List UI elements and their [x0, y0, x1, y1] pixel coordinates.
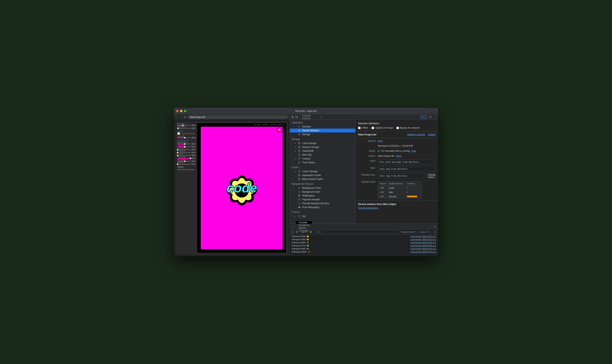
live-expression-icon[interactable]	[309, 231, 312, 233]
drawer-menu-icon[interactable]: ⋮	[290, 225, 296, 228]
nav-item-manifest[interactable]: Manifest	[290, 125, 355, 129]
network-requests-link[interactable]: Network requests	[407, 133, 425, 136]
maximize-window-button[interactable]	[184, 110, 186, 112]
reset-button[interactable]: Reset	[191, 149, 196, 150]
reset-all-button[interactable]: Reset All	[177, 166, 184, 168]
slider-track[interactable]	[177, 137, 191, 138]
stop-link[interactable]: stop	[411, 150, 416, 152]
section-input-size[interactable]: Input Size ▾	[177, 130, 196, 131]
open-image-button[interactable]: Open Image	[254, 124, 260, 125]
forward-icon[interactable]: →	[180, 116, 182, 118]
slider-track[interactable]	[177, 161, 191, 162]
nav-item-periodic-background-sync[interactable]: Periodic Background Sync	[290, 201, 355, 205]
nav-item-trust-tokens[interactable]: Trust Tokens	[290, 161, 355, 164]
slider-track[interactable]	[177, 149, 191, 150]
source-link[interactable]: colorworker.3bb51423.js:1	[410, 247, 436, 250]
offline-checkbox[interactable]: Offline	[358, 127, 368, 129]
url-input[interactable]	[188, 115, 288, 119]
device-toolbar-icon[interactable]	[295, 116, 298, 118]
push-input[interactable]	[378, 160, 435, 164]
psync-button[interactable]: Periodic Sync	[427, 173, 435, 178]
source-link[interactable]: colorworker.3bb51423.js:1	[410, 241, 436, 244]
slider-track[interactable]	[177, 164, 191, 165]
update-link[interactable]: Update	[428, 133, 435, 136]
nav-item-back-forward-cache[interactable]: Back-forward Cache	[290, 177, 355, 181]
nav-item-local-storage[interactable]: ▸Local Storage	[290, 141, 355, 145]
console-issues-badge[interactable]: 1 Issue: 1	[419, 231, 430, 233]
slider-track[interactable]	[177, 146, 191, 147]
reload-icon[interactable]: ⟳	[184, 116, 186, 118]
nav-item-web-sql[interactable]: Web SQL	[290, 153, 355, 157]
bypass-network-checkbox[interactable]: Bypass for network	[396, 127, 419, 129]
close-window-button[interactable]	[176, 110, 179, 112]
source-link[interactable]: colorworker.3bb51423.js:1	[410, 245, 436, 247]
slider-track[interactable]	[177, 158, 191, 159]
console-sidebar-icon[interactable]	[291, 231, 294, 233]
focus-link[interactable]: focus	[396, 155, 402, 157]
slider-track[interactable]	[177, 155, 191, 156]
nav-item-payment-handler[interactable]: Payment Handler	[290, 198, 355, 201]
reset-button[interactable]: Reset	[191, 155, 196, 156]
paste-image-button[interactable]: Paste Image	[278, 124, 285, 125]
nav-item-cache-storage[interactable]: ▸Cache Storage	[290, 169, 355, 173]
console-output[interactable]: Potraced 36%colorworker.3bb51423.js:1Pot…	[290, 234, 438, 254]
nav-item-service-workers[interactable]: Service Workers	[290, 129, 355, 132]
nav-item-indexeddb[interactable]: ▸IndexedDB	[290, 149, 355, 153]
reset-button[interactable]: Reset	[191, 157, 196, 159]
reset-button[interactable]: Reset	[191, 128, 196, 129]
section-input-pre[interactable]: Input Preprocessing ▾	[177, 140, 196, 141]
kebab-menu-icon[interactable]: ⋮	[434, 116, 436, 118]
app-footer-links[interactable]: GitHub · Twitter · About · License	[177, 169, 196, 170]
console-filter-input[interactable]	[315, 230, 399, 234]
svg-canvas[interactable]: code	[201, 127, 283, 249]
nav-item-session-storage[interactable]: ▸Session Storage	[290, 145, 355, 149]
nav-item-top[interactable]: ▸top	[290, 214, 355, 218]
see-all-registrations-link[interactable]: See all registrations	[358, 207, 435, 209]
reset-button[interactable]: Reset	[191, 146, 196, 147]
reset-button[interactable]: Reset	[191, 137, 196, 138]
source-link[interactable]: colorworker.3bb51423.js:1	[410, 235, 436, 237]
sw-source-link[interactable]: sw.js	[378, 140, 383, 142]
sync-input[interactable]	[378, 167, 435, 171]
drawer-close-icon[interactable]: ✕	[431, 225, 438, 228]
more-tabs-button[interactable]: »	[318, 114, 324, 119]
tab-sources[interactable]: Sources	[300, 117, 318, 120]
issues-badge[interactable]: 1	[420, 115, 427, 119]
slider-track[interactable]	[177, 128, 191, 129]
save-svg-button[interactable]: Save SVG	[263, 124, 268, 125]
minimize-window-button[interactable]	[180, 110, 182, 112]
nav-item-background-fetch[interactable]: Background Fetch	[290, 186, 355, 190]
nav-item-cookies[interactable]: ▸Cookies	[290, 157, 355, 161]
settings-icon[interactable]	[429, 116, 432, 118]
console-settings-icon[interactable]	[434, 231, 437, 233]
drawer-tab-search[interactable]: Search	[296, 227, 312, 229]
reset-button[interactable]: Reset	[191, 160, 196, 162]
dpr-checkbox[interactable]: Consider Device Pixel Ratio	[177, 132, 196, 135]
clear-console-icon[interactable]	[296, 231, 298, 233]
source-link[interactable]: colorworker.3bb51423.js:1	[410, 251, 436, 253]
source-link[interactable]: colorworker.3bb51423.js:1	[410, 238, 436, 241]
reset-button[interactable]: Reset	[191, 152, 196, 153]
reset-button[interactable]: Reset	[191, 163, 196, 165]
tab-console[interactable]: Console	[300, 114, 318, 117]
slider-track[interactable]	[177, 125, 191, 126]
context-selector[interactable]: top ▾	[301, 231, 306, 233]
nav-item-background-sync[interactable]: Background Sync	[290, 190, 355, 194]
back-icon[interactable]: ←	[175, 116, 178, 118]
update-on-reload-checkbox[interactable]: Update on reload	[372, 127, 393, 129]
psync-input[interactable]	[378, 173, 424, 178]
inspect-icon[interactable]	[291, 116, 294, 118]
drawer-tab-rendering[interactable]: Rendering	[296, 224, 312, 227]
nav-item-application-cache[interactable]: Application Cache	[290, 173, 355, 177]
copy-svg-button[interactable]: Copy SVG	[270, 124, 276, 125]
nav-item-push-messaging[interactable]: Push Messaging	[290, 205, 355, 209]
reset-button[interactable]: Reset	[191, 125, 196, 126]
nav-item-notifications[interactable]: Notifications	[290, 194, 355, 198]
nav-item-storage[interactable]: Storage	[290, 132, 355, 136]
drawer-tab-console[interactable]: Console	[296, 221, 312, 224]
slider-track[interactable]	[177, 143, 191, 144]
log-levels-selector[interactable]: Default levels ▾	[401, 231, 415, 233]
slider-track[interactable]	[177, 152, 191, 153]
console-prompt[interactable]: ›	[290, 254, 438, 256]
reset-button[interactable]: Reset	[191, 143, 196, 145]
